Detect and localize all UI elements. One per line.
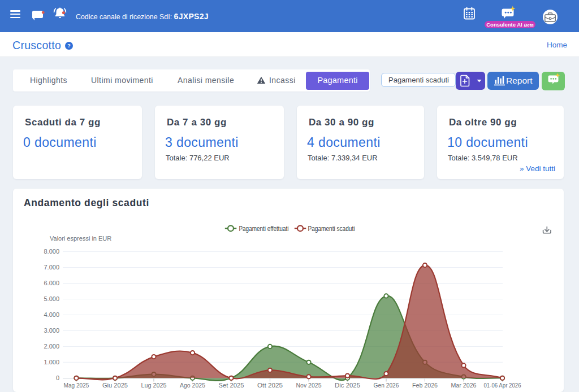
svg-text:1.000: 1.000 bbox=[44, 359, 59, 365]
svg-text:Ago 2025: Ago 2025 bbox=[180, 382, 205, 389]
svg-text:Giu 2025: Giu 2025 bbox=[102, 382, 128, 389]
svg-text:Ott 2025: Ott 2025 bbox=[257, 382, 283, 389]
svg-text:4.000: 4.000 bbox=[44, 311, 59, 318]
svg-text:5.000: 5.000 bbox=[44, 295, 59, 302]
svg-text:Mag 2025: Mag 2025 bbox=[64, 382, 89, 389]
svg-text:6.000: 6.000 bbox=[44, 280, 59, 286]
svg-text:Valori espressi in EUR: Valori espressi in EUR bbox=[50, 235, 111, 242]
svg-text:Dic 2025: Dic 2025 bbox=[335, 382, 360, 389]
svg-text:Lug 2025: Lug 2025 bbox=[141, 382, 167, 389]
svg-text:3.000: 3.000 bbox=[44, 327, 59, 334]
svg-text:01-06 Apr 2026: 01-06 Apr 2026 bbox=[484, 382, 521, 389]
svg-text:Set 2025: Set 2025 bbox=[219, 382, 244, 389]
svg-text:0: 0 bbox=[56, 374, 59, 381]
svg-text:8.000: 8.000 bbox=[44, 248, 59, 255]
svg-text:Mar 2026: Mar 2026 bbox=[451, 382, 477, 389]
svg-text:Pagamenti scaduti: Pagamenti scaduti bbox=[308, 225, 355, 233]
svg-text:2.000: 2.000 bbox=[44, 343, 59, 350]
svg-text:7.000: 7.000 bbox=[44, 264, 59, 271]
svg-text:Pagamenti effettuati: Pagamenti effettuati bbox=[239, 225, 289, 233]
svg-text:Feb 2026: Feb 2026 bbox=[412, 382, 438, 389]
svg-text:Nov 2025: Nov 2025 bbox=[296, 382, 322, 389]
svg-text:Gen 2026: Gen 2026 bbox=[374, 382, 399, 389]
